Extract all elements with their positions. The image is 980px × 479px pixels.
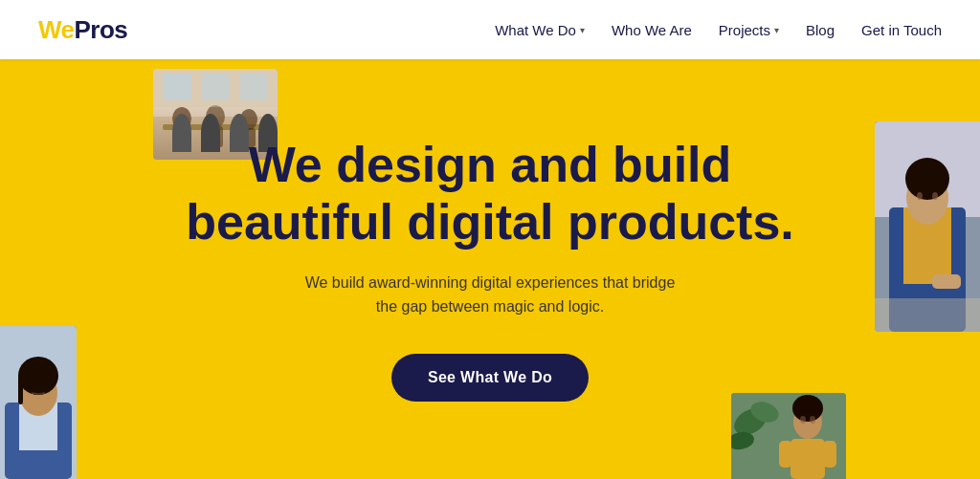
svg-line-31 (38, 393, 45, 394)
nav-what-we-do[interactable]: What We Do ▾ (495, 22, 585, 38)
svg-rect-40 (823, 441, 836, 468)
hero-image-bottom-right (731, 393, 846, 479)
svg-rect-22 (875, 298, 980, 332)
svg-rect-39 (779, 441, 792, 468)
nav-projects[interactable]: Projects ▾ (719, 22, 779, 38)
logo-we: We (38, 15, 75, 44)
svg-point-5 (206, 105, 225, 128)
svg-point-19 (917, 192, 923, 200)
svg-point-3 (172, 107, 191, 130)
svg-rect-21 (932, 274, 961, 289)
chevron-down-icon: ▾ (774, 25, 779, 35)
svg-rect-29 (18, 376, 23, 404)
nav-who-we-are[interactable]: Who We Are (612, 22, 692, 38)
svg-line-30 (32, 393, 38, 394)
svg-rect-12 (239, 74, 268, 100)
svg-point-18 (905, 158, 949, 200)
svg-point-20 (932, 192, 938, 200)
hero-title: We design and build beautiful digital pr… (155, 137, 825, 251)
svg-rect-2 (163, 124, 268, 130)
cta-button[interactable]: See What We Do (391, 354, 589, 402)
svg-point-41 (800, 416, 806, 424)
hero-image-top-right (875, 121, 980, 332)
hero-section: We design and build beautiful digital pr… (0, 59, 980, 479)
chevron-down-icon: ▾ (580, 25, 585, 35)
nav-get-in-touch[interactable]: Get in Touch (861, 22, 942, 38)
svg-point-28 (18, 357, 58, 395)
logo-pros: Pros (75, 15, 128, 44)
main-nav: What We Do ▾ Who We Are Projects ▾ Blog … (495, 22, 942, 38)
svg-rect-11 (201, 74, 230, 100)
svg-rect-10 (163, 74, 191, 100)
hero-content: We design and build beautiful digital pr… (98, 137, 882, 402)
site-header: WePros What We Do ▾ Who We Are Projects … (0, 0, 980, 59)
hero-subtitle: We build award-winning digital experienc… (299, 271, 681, 319)
svg-rect-38 (791, 439, 825, 479)
svg-point-42 (810, 416, 815, 424)
hero-image-bottom-left (0, 326, 77, 479)
nav-blog[interactable]: Blog (806, 22, 835, 38)
svg-point-7 (240, 109, 257, 130)
logo[interactable]: WePros (38, 15, 127, 45)
